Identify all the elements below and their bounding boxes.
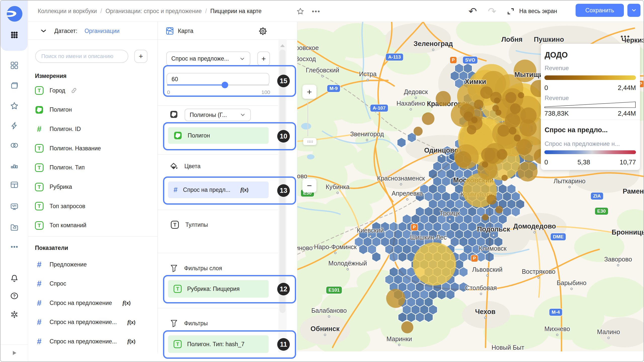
field-type-icon: # — [35, 337, 44, 346]
layer-select[interactable]: Спрос на предложе... — [166, 52, 250, 66]
dataset-panel: Датасет: Организации + Измерения TГородП… — [28, 22, 158, 352]
dimension-row[interactable]: TТоп компаний — [35, 220, 86, 231]
map-city-label: Шишкин Лес — [410, 234, 447, 241]
zoom-slider-handle[interactable] — [303, 138, 316, 145]
settings-icon[interactable] — [10, 310, 19, 319]
redo-icon[interactable]: ↷ — [487, 1, 498, 22]
map-city-label: Троицк — [440, 210, 460, 217]
search-input[interactable] — [35, 50, 128, 63]
zoom-in-button[interactable]: + — [302, 85, 316, 99]
tooltips-section: T Тултипы — [171, 221, 208, 229]
breadcrumb-workbook[interactable]: Организации: спрос и предложение — [105, 8, 202, 15]
annotation-badge-13: 13 — [277, 184, 290, 197]
filter-chip[interactable]: T Полигон. Тип: hash_7 — [168, 335, 269, 353]
zoom-slider-track[interactable] — [307, 101, 308, 136]
add-field-button[interactable]: + — [134, 50, 147, 63]
geopolygon-chip[interactable]: Полигон — [168, 127, 269, 144]
legend-s3-title: Спрос на предло... — [545, 126, 608, 134]
layer-filter-chip[interactable]: T Рубрика: Пиццерия — [168, 280, 269, 298]
storage-icon[interactable] — [10, 223, 19, 232]
collections-icon[interactable] — [10, 81, 19, 90]
fullscreen-label[interactable]: На весь экран — [519, 1, 567, 22]
annotation-badge-10: 10 — [277, 130, 290, 143]
charts-icon[interactable] — [10, 161, 19, 170]
dimension-row[interactable]: TПолигон. Название — [35, 143, 101, 153]
dataset-collapse-icon[interactable] — [40, 27, 47, 35]
add-layer-button[interactable]: + — [257, 52, 270, 66]
opacity-slider-handle[interactable] — [222, 82, 228, 88]
measure-row[interactable]: #Предложение — [35, 259, 87, 269]
measure-row[interactable]: #Спрос на предложение...f(x) — [35, 336, 135, 346]
apps-grid-icon[interactable] — [10, 30, 19, 39]
dimension-row[interactable]: TТоп запросов — [35, 201, 85, 211]
field-type-icon: # — [35, 260, 44, 269]
legend-s3-label: Спрос на предложение н... — [545, 140, 620, 147]
map-canvas[interactable]: ровскоеВосходГлебовскийИстраЗеленоградЛо… — [297, 22, 643, 351]
dimension-row[interactable]: Полигон — [35, 105, 72, 115]
datalens-logo[interactable] — [7, 6, 22, 22]
colors-chip[interactable]: # Спрос на предл... f(x) — [168, 182, 269, 198]
layer-filters-section: Фильтры слоя — [170, 264, 222, 272]
tables-icon[interactable] — [10, 180, 19, 189]
dimension-row[interactable]: TРубрика — [35, 182, 72, 192]
chart-type-label: Карта — [178, 28, 193, 34]
dashboards-icon[interactable] — [10, 61, 19, 70]
slider-max-label: 100 — [261, 89, 270, 95]
geolayer-icon — [170, 110, 178, 119]
dimension-row[interactable]: TГород — [35, 85, 77, 96]
datasets-icon[interactable] — [10, 141, 19, 150]
measure-row[interactable]: #Спрос на предложениеf(x) — [35, 298, 131, 308]
paint-bucket-icon — [170, 162, 178, 170]
favorite-star-icon[interactable] — [295, 1, 306, 22]
geotype-select[interactable]: Полигоны (Г... — [185, 109, 251, 121]
monitoring-icon[interactable] — [10, 202, 19, 211]
dimension-row[interactable]: TПолигон. Тип — [35, 163, 85, 173]
legend-size-wedge — [544, 101, 636, 108]
map-city-dot — [449, 218, 451, 220]
measure-row[interactable]: #Спрос на предложение...f(x) — [35, 317, 135, 327]
more-icon[interactable] — [10, 242, 19, 251]
field-type-icon: T — [35, 144, 44, 153]
map-city-label: Подольск — [477, 225, 510, 233]
map-more-icon[interactable]: ••• — [621, 33, 630, 40]
slider-min-label: 0 — [167, 89, 170, 95]
map-city-label: Химки — [465, 78, 486, 86]
section-divider — [158, 210, 278, 210]
map-city-label: Мытищи — [514, 71, 543, 79]
scrollbar-thumb[interactable] — [279, 50, 286, 313]
hash-icon: # — [174, 186, 178, 194]
save-button[interactable]: Сохранить — [576, 4, 624, 17]
settings-gear-icon[interactable] — [259, 27, 267, 36]
panel-divider — [28, 236, 157, 237]
opacity-input[interactable]: 60 — [167, 73, 269, 85]
breadcrumb-current: Пиццерии на карте — [210, 8, 262, 15]
field-type-icon: # — [35, 280, 44, 288]
app-window: ? Коллекции и воркбуки / Организации: сп… — [0, 0, 644, 362]
section-divider — [158, 253, 278, 253]
dataset-panel-header: Датасет: Организации — [28, 22, 157, 40]
breadcrumb-collections[interactable]: Коллекции и воркбуки — [38, 8, 97, 15]
undo-icon[interactable]: ↶ — [467, 1, 478, 22]
save-dropdown-button[interactable] — [627, 4, 640, 17]
annotation-badge-11: 11 — [277, 338, 290, 351]
collapse-panel-icon[interactable] — [10, 348, 19, 357]
zoom-out-button[interactable]: − — [302, 178, 316, 193]
section-divider — [158, 154, 278, 155]
notifications-icon[interactable] — [10, 274, 19, 283]
fullscreen-icon[interactable] — [505, 1, 516, 22]
help-icon[interactable]: ? — [10, 291, 19, 300]
measure-row[interactable]: #Спрос — [35, 279, 66, 289]
favorites-icon[interactable] — [10, 101, 19, 110]
breadcrumb: Коллекции и воркбуки / Организации: спро… — [38, 1, 262, 22]
scroll-up-icon[interactable] — [280, 44, 285, 47]
field-type-icon: T — [174, 285, 182, 293]
dimension-row[interactable]: #Полигон. ID — [35, 124, 81, 134]
breadcrumb-more-icon[interactable]: ••• — [310, 1, 323, 22]
legend-s1-max: 2,44M — [618, 84, 636, 92]
legend-s3-mid: 5,38 — [577, 158, 590, 166]
annotation-badge-12: 12 — [277, 283, 290, 295]
formula-icon: f(x) — [127, 338, 135, 345]
connections-icon[interactable] — [10, 121, 19, 130]
dataset-link[interactable]: Организации — [85, 28, 119, 34]
filters-section: Фильтры — [170, 320, 208, 327]
